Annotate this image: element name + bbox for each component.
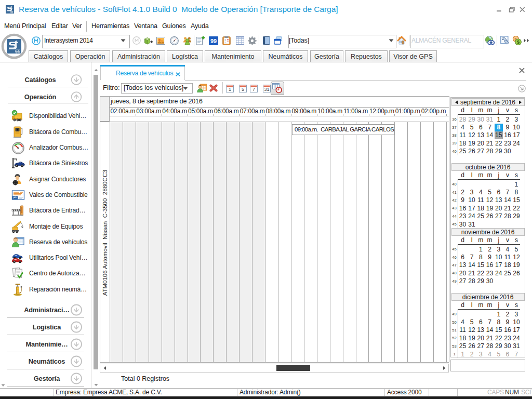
- svg-text:31: 31: [264, 87, 269, 92]
- svg-text:99: 99: [210, 38, 217, 44]
- svg-text:$: $: [517, 39, 520, 45]
- svg-text:1: 1: [229, 87, 231, 92]
- svg-text:7: 7: [252, 87, 255, 92]
- svg-text:5: 5: [242, 87, 244, 92]
